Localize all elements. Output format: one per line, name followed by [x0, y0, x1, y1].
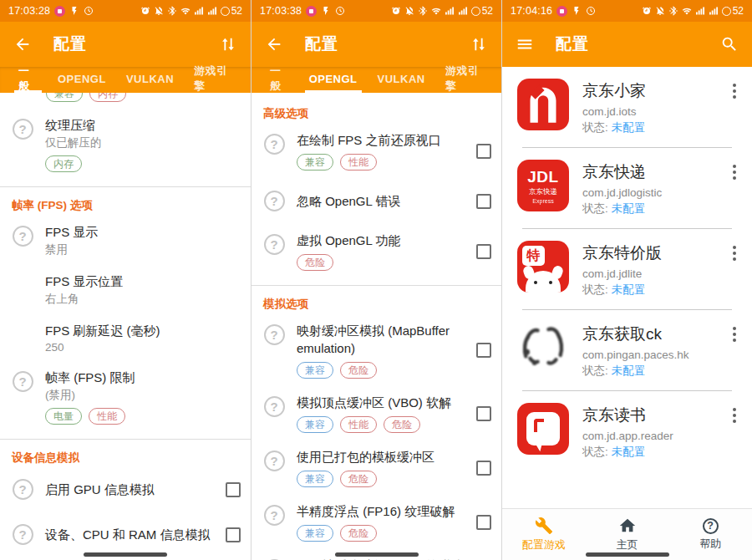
- overflow-menu-icon[interactable]: [724, 160, 745, 180]
- wifi-icon: [682, 6, 692, 16]
- clock: 17:04:16: [511, 5, 552, 17]
- checkbox[interactable]: [476, 244, 491, 259]
- help-icon[interactable]: ?: [13, 479, 33, 500]
- bluetooth-icon: [668, 6, 678, 16]
- battery-indicator: 52: [722, 5, 744, 17]
- signal-icon: [445, 6, 455, 16]
- tab-bar: 一般 OPENGL VULKAN 游戏引擎: [0, 67, 251, 93]
- tab-general[interactable]: 一般: [14, 67, 42, 93]
- setting-row-packed-stencil-buffer[interactable]: ? 使用已打包的模板缓冲区 兼容 危险: [252, 440, 501, 495]
- badge-compat: 兼容: [297, 362, 333, 379]
- help-icon[interactable]: ?: [264, 234, 285, 255]
- home-indicator[interactable]: [335, 552, 419, 557]
- help-icon[interactable]: ?: [264, 505, 285, 526]
- app-name: 京东快递: [582, 161, 724, 183]
- checkbox[interactable]: [226, 527, 241, 542]
- badge-compat: 兼容: [46, 93, 83, 102]
- app-row-jd-get-ck[interactable]: 京东获取ck com.pingan.paces.hk 状态:未配置: [502, 310, 752, 390]
- setting-row-texture-compression[interactable]: ? 纹理压缩 仅已解压的 内存: [0, 109, 251, 180]
- nav-help[interactable]: ? 帮助: [668, 509, 752, 560]
- help-icon[interactable]: ?: [13, 119, 33, 140]
- home-indicator[interactable]: [84, 552, 167, 557]
- setting-value: 禁用: [45, 242, 241, 257]
- page-title: 配置: [305, 33, 338, 55]
- help-icon[interactable]: ?: [264, 191, 285, 211]
- overflow-menu-icon[interactable]: [724, 79, 745, 99]
- setting-title: 模拟顶点缓冲区 (VBO) 软解: [297, 395, 451, 410]
- app-row-jd-express[interactable]: JDL 京东快递 Express 京东快递 com.jd.jdlogistic …: [502, 148, 752, 228]
- setting-value: (禁用): [45, 388, 241, 403]
- setting-row-restore-viewport[interactable]: ? 在绘制 FPS 之前还原视口 兼容 性能: [252, 124, 501, 178]
- setting-row-vbo-software[interactable]: ? 模拟顶点缓冲区 (VBO) 软解 兼容 性能 危险: [252, 386, 501, 440]
- app-package: com.jd.jdlite: [582, 267, 724, 280]
- menu-icon[interactable]: [516, 35, 534, 53]
- app-row-jd-lite[interactable]: 特 京东特价版 com.jd.jdlite 状态:未配置: [502, 229, 752, 309]
- help-icon[interactable]: ?: [13, 371, 33, 392]
- tab-game-engine[interactable]: 游戏引擎: [190, 67, 236, 93]
- nav-configure-games[interactable]: 配置游戏: [502, 509, 586, 560]
- home-indicator[interactable]: [586, 552, 669, 557]
- badge-danger: 危险: [340, 362, 377, 379]
- overflow-menu-icon[interactable]: [724, 322, 745, 342]
- badge-performance: 性能: [89, 408, 125, 425]
- notification-app-icon: [556, 6, 567, 17]
- page-title: 配置: [53, 33, 87, 55]
- section-emulation: 模拟选项: [252, 286, 501, 314]
- setting-row-device-cpu-ram-spoof[interactable]: ? 设备、CPU 和 RAM 信息模拟: [0, 511, 251, 558]
- setting-row-ignore-gl-errors[interactable]: ? 忽略 OpenGL 错误: [252, 178, 501, 224]
- signal-icon-2: [709, 6, 719, 16]
- setting-row-gpu-info-spoof[interactable]: ? 启用 GPU 信息模拟: [0, 468, 251, 511]
- app-package: com.jd.iots: [582, 105, 724, 118]
- bluetooth-icon: [418, 6, 428, 16]
- charging-icon: [321, 6, 331, 16]
- status-label: 状态:: [582, 202, 608, 215]
- help-icon[interactable]: ?: [264, 396, 285, 417]
- section-device-info: 设备信息模拟: [0, 440, 251, 468]
- back-icon[interactable]: [13, 35, 32, 53]
- help-icon[interactable]: ?: [264, 324, 285, 345]
- checkbox[interactable]: [476, 515, 491, 530]
- search-icon[interactable]: [720, 35, 739, 53]
- setting-row-fp16-texture-hack[interactable]: ? 半精度浮点 (FP16) 纹理破解 兼容 危险: [252, 495, 501, 549]
- tab-vulkan[interactable]: VULKAN: [373, 67, 429, 93]
- setting-title: 忽略 OpenGL 错误: [297, 194, 400, 208]
- checkbox[interactable]: [476, 461, 491, 476]
- overflow-menu-icon[interactable]: [724, 241, 745, 261]
- status-badge: 未配置: [612, 445, 646, 458]
- badge-performance: 性能: [340, 416, 377, 433]
- battery-icon: [722, 7, 731, 16]
- help-icon[interactable]: ?: [13, 226, 33, 247]
- setting-value: 右上角: [45, 292, 241, 307]
- sort-icon[interactable]: [470, 35, 488, 53]
- charging-icon: [69, 6, 79, 16]
- phone-screen-general: 17:03:28 52 配置: [0, 0, 251, 560]
- app-row-jd-reader[interactable]: 京东读书 com.jd.app.reader 状态:未配置: [502, 391, 752, 471]
- signal-icon-2: [458, 6, 468, 16]
- help-icon[interactable]: ?: [264, 451, 285, 471]
- app-row-jd-smart-home[interactable]: 京东小家 com.jd.iots 状态:未配置: [502, 67, 752, 147]
- sort-icon[interactable]: [219, 35, 237, 53]
- overflow-menu-icon[interactable]: [724, 403, 745, 423]
- setting-row-virtual-gl-features[interactable]: ? 虚拟 OpenGL 功能 危险: [252, 224, 501, 278]
- tab-opengl[interactable]: OPENGL: [53, 67, 110, 93]
- checkbox[interactable]: [476, 194, 491, 209]
- back-icon[interactable]: [265, 35, 283, 53]
- tab-game-engine[interactable]: 游戏引擎: [441, 67, 487, 93]
- status-badge: 未配置: [612, 202, 646, 215]
- checkbox[interactable]: [226, 482, 241, 497]
- tab-vulkan[interactable]: VULKAN: [122, 67, 178, 93]
- setting-row-fps-refresh-delay[interactable]: FPS 刷新延迟 (毫秒) 250: [0, 314, 251, 361]
- checkbox[interactable]: [476, 144, 491, 159]
- screen-time-icon: [586, 6, 596, 16]
- checkbox[interactable]: [476, 343, 491, 358]
- tab-opengl[interactable]: OPENGL: [305, 67, 362, 93]
- setting-row-fps-limit[interactable]: ? 帧率 (FPS) 限制 (禁用) 电量 性能: [0, 361, 251, 432]
- help-icon[interactable]: ?: [13, 524, 33, 545]
- setting-row-fps-display[interactable]: ? FPS 显示 禁用: [0, 216, 251, 265]
- setting-row-fps-position[interactable]: FPS 显示位置 右上角: [0, 265, 251, 314]
- tab-general[interactable]: 一般: [266, 67, 293, 93]
- checkbox[interactable]: [476, 406, 491, 421]
- section-fps-options: 帧率 (FPS) 选项: [0, 187, 251, 216]
- setting-row-mapbuffer-emulation[interactable]: ? 映射缓冲区模拟 (MapBuffer emulation) 兼容 危险: [252, 314, 501, 386]
- help-icon[interactable]: ?: [264, 134, 285, 155]
